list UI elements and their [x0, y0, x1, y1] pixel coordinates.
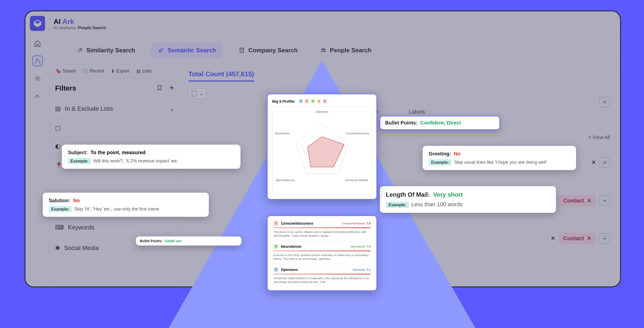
tag-contact[interactable]: Contact✕: [559, 233, 596, 244]
radar-chart: Openness Conscientiousness Emotional Sta…: [272, 106, 372, 194]
add-button[interactable]: +: [599, 97, 610, 107]
export-button[interactable]: ⬇Export: [111, 68, 129, 74]
clock-icon: 🕘: [83, 68, 88, 74]
card-bullets-small: Bullet Points: Could use: [136, 236, 242, 245]
trait-score: Openness: 7.1: [352, 268, 371, 271]
svg-point-1: [36, 78, 38, 79]
tag-contact[interactable]: Contact✕: [559, 195, 596, 207]
list-icon: ▤: [136, 68, 141, 74]
big5-card: Big 5 Profile: O C N A E Openness Consci…: [267, 94, 377, 200]
card-greeting: Greeting: No Example:Skip usual lines li…: [423, 146, 576, 170]
home-icon[interactable]: [32, 38, 43, 49]
people-search-icon[interactable]: [32, 56, 43, 66]
saved-button[interactable]: 🔖Saved: [56, 68, 75, 74]
filter-row[interactable]: ▢: [50, 119, 180, 137]
filter-keywords[interactable]: ⌨Keywords: [50, 217, 180, 238]
trait-badge: N: [273, 244, 278, 249]
card-subject: Subject: To the point, measured Example:…: [62, 145, 240, 169]
bookmark-icon[interactable]: [156, 85, 163, 92]
trait-row: O Openness Openness: 7.1 Sometimes calle…: [270, 265, 374, 286]
trait-desc: Sometimes called intellect or imaginatio…: [273, 276, 371, 284]
filter-panel: 🔖Saved 🕘Recent ⬇Export ▤Lists Filters ▤I…: [50, 64, 180, 286]
svg-point-5: [324, 49, 325, 50]
ocnae-badges: O C N A E: [299, 99, 327, 103]
tabs: Similarity Search Semantic Search Compan…: [50, 36, 620, 64]
card-length: Length Of Mail: Very short Example:Less …: [380, 186, 556, 213]
close-icon[interactable]: ✕: [587, 197, 591, 204]
traits-card: C Conscientiousness Conscientiousness: 7…: [267, 215, 377, 291]
generic-icon: ▢: [55, 125, 61, 132]
trait-name: Neuroticism: [281, 244, 301, 249]
fingerprint-icon: [76, 47, 83, 54]
svg-rect-3: [240, 48, 244, 53]
close-icon[interactable]: ✕: [551, 235, 555, 242]
breadcrumb: AI elephants /People Search: [54, 26, 106, 30]
trait-name: Openness: [281, 268, 298, 272]
leaf-icon: [157, 47, 165, 54]
keyboard-icon: ⌨: [55, 224, 64, 231]
trait-badge: O: [273, 267, 278, 272]
sidebar: [25, 11, 50, 286]
brand-title: AI Ark: [54, 18, 106, 26]
path-icon[interactable]: [32, 91, 43, 101]
close-icon[interactable]: ✕: [591, 159, 596, 166]
add-button[interactable]: +: [599, 195, 610, 206]
svg-point-4: [322, 49, 323, 50]
tab-company[interactable]: Company Search: [232, 43, 304, 58]
location-icon: 📍: [55, 162, 63, 169]
building-icon: [238, 47, 245, 54]
trait-desc: A person in this DISC quadrant places em…: [273, 253, 371, 261]
trait-name: Conscientiousness: [281, 221, 313, 225]
add-button[interactable]: +: [599, 157, 610, 168]
recent-button[interactable]: 🕘Recent: [83, 68, 104, 74]
svg-marker-11: [308, 137, 344, 167]
card-bullets-big: Bullet Points: Confident, Direct: [379, 116, 500, 130]
trait-row: C Conscientiousness Conscientiousness: 7…: [270, 219, 374, 240]
big5-title: Big 5 Profile:: [272, 99, 296, 103]
svg-point-2: [35, 76, 40, 81]
close-icon[interactable]: ✕: [587, 235, 591, 242]
generic-icon: ◐: [55, 143, 60, 150]
trait-badge: C: [273, 221, 278, 226]
svg-point-0: [36, 59, 38, 61]
people-icon: [320, 47, 327, 54]
tab-label: Similarity Search: [86, 47, 135, 54]
view-all-link[interactable]: + View All: [588, 135, 610, 140]
card-salution: Salution: No Example:Skip 'Hi', 'Hey' et…: [43, 193, 209, 217]
bookmark-icon: 🔖: [56, 68, 61, 74]
tab-semantic[interactable]: Semantic Search: [151, 43, 223, 58]
trait-score: Conscientiousness: 7.8: [342, 222, 371, 225]
tab-label: People Search: [330, 47, 371, 54]
tab-similarity[interactable]: Similarity Search: [70, 43, 142, 58]
filter-include-exclude[interactable]: ▤In & Exclude Lists ⌄: [50, 98, 180, 119]
header: AI Ark AI elephants /People Search: [50, 11, 620, 36]
list-icon: ▤: [55, 105, 61, 112]
download-icon: ⬇: [111, 68, 115, 74]
tab-people[interactable]: People Search: [313, 43, 378, 58]
tab-label: Semantic Search: [168, 47, 216, 54]
add-button[interactable]: +: [599, 233, 610, 244]
settings-icon[interactable]: [32, 73, 43, 84]
network-icon: ✱: [55, 244, 60, 252]
trait-row: N Neuroticism Neuroticism: 7.4 A person …: [270, 242, 374, 263]
filters-title: Filters: [55, 84, 76, 92]
trait-score: Neuroticism: 7.4: [351, 245, 371, 248]
tab-label: Company Search: [248, 47, 298, 54]
lists-button[interactable]: ▤Lists: [136, 68, 151, 74]
trait-desc: The desire to be careful, diligent and t…: [273, 230, 371, 238]
logo: [30, 16, 45, 31]
